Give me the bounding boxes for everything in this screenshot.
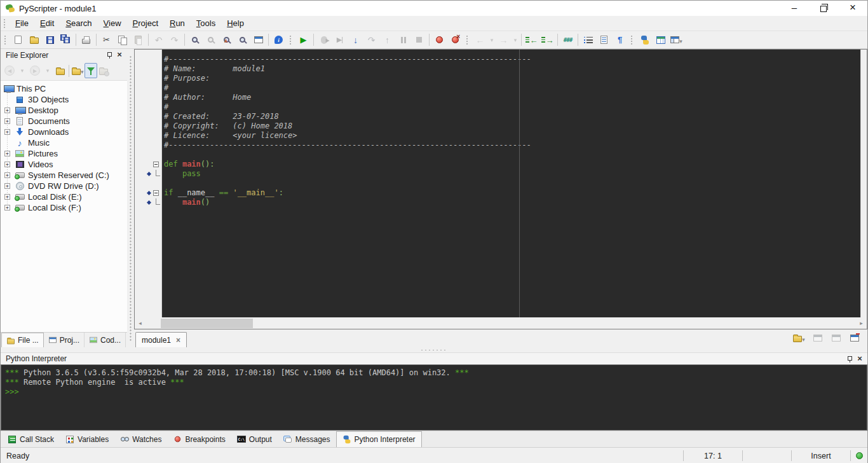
toggle-breakpoint-button[interactable]: [431, 32, 447, 47]
expand-icon[interactable]: [4, 205, 10, 211]
find-next-button[interactable]: [203, 32, 219, 47]
expand-icon[interactable]: [4, 172, 10, 178]
file-list-button[interactable]: [791, 331, 807, 345]
navigate-forward-dropdown[interactable]: [512, 32, 519, 47]
next-editor-button[interactable]: [828, 331, 844, 345]
close-panel-button[interactable]: [855, 354, 865, 364]
tab-messages[interactable]: Messages: [278, 431, 336, 447]
special-characters-button[interactable]: [612, 32, 628, 47]
tree-item-desktop[interactable]: Desktop: [1, 105, 127, 116]
scrollbar-track[interactable]: [146, 318, 856, 329]
run-button[interactable]: [295, 32, 311, 47]
explorer-filter-button[interactable]: [85, 63, 97, 78]
menu-run[interactable]: Run: [164, 17, 191, 30]
tree-item-this-pc[interactable]: This PC: [1, 83, 127, 94]
tree-item-downloads[interactable]: Downloads: [1, 127, 127, 137]
navigate-forward-button[interactable]: [496, 32, 512, 47]
menu-file[interactable]: File: [10, 17, 34, 30]
explorer-open-folder-button[interactable]: [54, 63, 67, 78]
tab-module1[interactable]: module1 ×: [135, 332, 187, 347]
close-editor-button[interactable]: [846, 331, 862, 345]
explorer-forward-button[interactable]: ▶: [29, 63, 41, 78]
tree-item-dvd-drive-d[interactable]: DVD RW Drive (D:): [1, 181, 127, 191]
editor-horizontal-scrollbar[interactable]: ◂ ▸: [134, 317, 867, 329]
editor-gutter[interactable]: [135, 50, 162, 317]
scrollbar-thumb[interactable]: [161, 319, 253, 328]
expand-icon[interactable]: [4, 183, 10, 189]
tree-item-documents[interactable]: Documents: [1, 116, 127, 127]
expand-icon[interactable]: [4, 129, 10, 135]
stop-button[interactable]: [411, 32, 427, 47]
tab-breakpoints[interactable]: Breakpoints: [167, 431, 231, 447]
explorer-back-button[interactable]: ◀: [3, 63, 16, 78]
numbered-list-button[interactable]: [580, 32, 596, 47]
open-file-button[interactable]: [26, 32, 42, 47]
browse-button[interactable]: [250, 32, 266, 47]
print-button[interactable]: [78, 32, 94, 47]
save-button[interactable]: [42, 32, 58, 47]
navigate-back-dropdown[interactable]: [488, 32, 496, 47]
fold-collapse-icon[interactable]: [153, 162, 159, 167]
tree-item-3d-objects[interactable]: 3D Objects: [1, 94, 127, 105]
menu-view[interactable]: View: [98, 17, 127, 30]
step-out-button[interactable]: [379, 32, 395, 47]
tree-item-local-disk-e[interactable]: Local Disk (E:): [1, 191, 127, 202]
executable-line-dot-icon[interactable]: [147, 172, 151, 176]
menu-project[interactable]: Project: [127, 17, 164, 30]
previous-editor-button[interactable]: [810, 331, 825, 345]
debug-button[interactable]: [316, 32, 332, 47]
python-options-button[interactable]: [637, 32, 653, 47]
todo-list-button[interactable]: [596, 32, 612, 47]
explorer-view-button[interactable]: [71, 63, 85, 78]
expand-icon[interactable]: [4, 151, 10, 156]
unindent-button[interactable]: [524, 32, 539, 47]
clear-breakpoints-button[interactable]: [447, 32, 463, 47]
tab-project-explorer[interactable]: Proj...: [44, 333, 85, 347]
explorer-favorites-button[interactable]: [97, 63, 110, 78]
menu-search[interactable]: Search: [60, 17, 97, 30]
scroll-right-arrow[interactable]: ▸: [856, 320, 867, 326]
find-in-files-button[interactable]: [234, 32, 250, 47]
restore-button[interactable]: [809, 1, 838, 16]
tree-item-local-disk-f[interactable]: Local Disk (F:): [1, 202, 127, 213]
tab-variables[interactable]: Variables: [60, 431, 114, 447]
replace-button[interactable]: A: [219, 32, 234, 47]
expand-icon[interactable]: [4, 118, 10, 124]
tab-watches[interactable]: Watches: [114, 431, 167, 447]
sync-edit-button[interactable]: [560, 32, 576, 47]
close-button[interactable]: [838, 1, 867, 16]
expand-icon[interactable]: [4, 162, 10, 167]
executable-line-dot-icon[interactable]: [147, 200, 151, 205]
pin-button[interactable]: [844, 354, 855, 364]
tree-item-music[interactable]: Music: [1, 137, 127, 148]
scroll-left-arrow[interactable]: ◂: [135, 320, 146, 326]
menu-edit[interactable]: Edit: [34, 17, 60, 30]
horizontal-splitter[interactable]: [1, 347, 867, 352]
pin-button[interactable]: [104, 50, 114, 60]
copy-button[interactable]: [114, 32, 130, 47]
python-console[interactable]: *** Python 3.6.5 (v3.6.5:f59c0932b4, Mar…: [1, 364, 867, 431]
editor-vertical-scrollbar[interactable]: [860, 50, 867, 317]
paste-button[interactable]: [130, 32, 146, 47]
tab-output[interactable]: Output: [231, 431, 278, 447]
tree-item-pictures[interactable]: Pictures: [1, 148, 127, 159]
tree-item-videos[interactable]: Videos: [1, 159, 127, 170]
step-over-button[interactable]: [363, 32, 379, 47]
tab-call-stack[interactable]: Call Stack: [2, 431, 60, 447]
close-tab-icon[interactable]: ×: [176, 336, 180, 345]
vertical-splitter[interactable]: [127, 49, 134, 347]
cut-button[interactable]: [98, 32, 114, 47]
explorer-back-dropdown[interactable]: [16, 63, 29, 78]
redo-button[interactable]: [166, 32, 182, 47]
find-button[interactable]: [187, 32, 203, 47]
tab-file-explorer[interactable]: File ...: [1, 333, 44, 347]
tab-code-explorer[interactable]: Cod...: [85, 333, 126, 347]
code-text-area[interactable]: #---------------------------------------…: [162, 50, 860, 317]
close-panel-button[interactable]: [114, 50, 125, 60]
layouts-button[interactable]: [668, 32, 684, 47]
run-to-cursor-button[interactable]: [332, 32, 348, 47]
executable-line-dot-icon[interactable]: [147, 191, 151, 195]
tree-item-system-reserved-c[interactable]: System Reserved (C:): [1, 170, 127, 181]
step-into-button[interactable]: [348, 32, 363, 47]
menu-tools[interactable]: Tools: [191, 17, 221, 30]
